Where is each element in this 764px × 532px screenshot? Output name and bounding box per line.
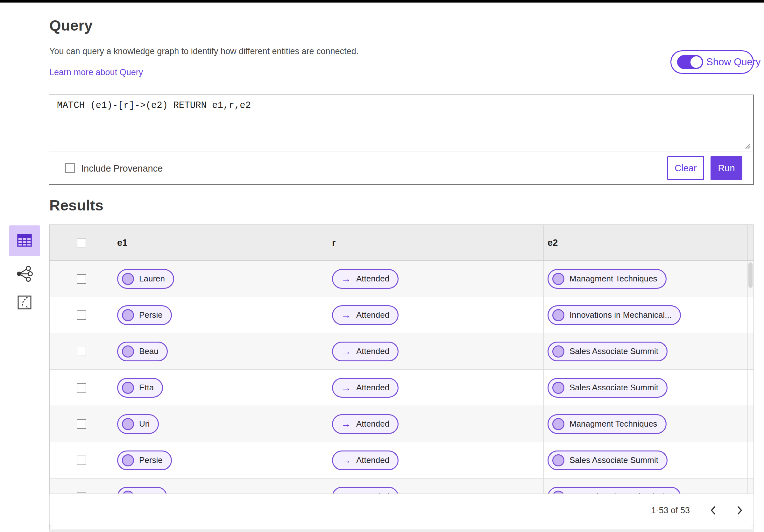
- resize-handle-icon[interactable]: [742, 141, 751, 150]
- entity-pill[interactable]: Managment Techniques: [547, 269, 667, 289]
- query-editor-panel: MATCH (e1)-[r]->(e2) RETURN e1,r,e2 Incl…: [49, 94, 754, 185]
- entity-node-icon: [552, 309, 564, 321]
- show-query-toggle[interactable]: Show Query: [670, 50, 754, 74]
- previous-page-button[interactable]: [709, 506, 716, 515]
- row-checkbox[interactable]: [77, 310, 86, 320]
- clear-button[interactable]: Clear: [667, 156, 704, 180]
- table-body: Lauren → Attended Managment Techniques P…: [50, 261, 753, 515]
- entity-node-icon: [552, 454, 564, 466]
- relation-arrow-icon: →: [341, 418, 351, 430]
- entity-pill[interactable]: Innovations in Mechanical...: [547, 305, 681, 325]
- entity-node-icon: [552, 273, 564, 285]
- relation-pill[interactable]: → Attended: [332, 378, 399, 398]
- select-all-checkbox[interactable]: [77, 238, 86, 248]
- graph-view-icon: [15, 266, 34, 283]
- toggle-knob: [689, 56, 703, 69]
- entity-node-icon: [122, 382, 134, 394]
- entity-node-icon: [122, 418, 134, 430]
- pagination-bar: 1-53 of 53: [49, 493, 754, 527]
- knowledge-graph-query-page: Query You can query a knowledge graph to…: [0, 0, 764, 532]
- table-view-icon: [17, 233, 32, 248]
- table-row[interactable]: Lauren → Attended Managment Techniques: [50, 261, 753, 297]
- table-row[interactable]: Persie → Attended Sales Associate Summit: [50, 442, 753, 478]
- window-top-border: [0, 0, 764, 3]
- map-view-button[interactable]: [17, 295, 33, 311]
- table-row[interactable]: Beau → Attended Sales Associate Summit: [50, 333, 753, 370]
- entity-pill[interactable]: Managment Techniques: [547, 414, 667, 434]
- entity-pill[interactable]: Lauren: [117, 269, 174, 289]
- entity-node-icon: [552, 345, 564, 358]
- row-checkbox[interactable]: [77, 383, 86, 393]
- relation-pill[interactable]: → Attended: [332, 450, 399, 470]
- column-header-e2: e2: [547, 238, 558, 248]
- row-checkbox[interactable]: [77, 347, 86, 356]
- entity-node-icon: [122, 345, 134, 358]
- show-query-label: Show Query: [706, 56, 761, 68]
- include-provenance-checkbox[interactable]: [65, 163, 75, 173]
- relation-arrow-icon: →: [341, 309, 351, 321]
- column-header-e1: e1: [117, 238, 127, 248]
- include-provenance-label: Include Provenance: [81, 163, 163, 174]
- entity-pill[interactable]: Sales Associate Summit: [547, 378, 668, 398]
- entity-pill[interactable]: Sales Associate Summit: [547, 342, 668, 361]
- row-checkbox[interactable]: [77, 455, 86, 465]
- entity-node-icon: [122, 309, 134, 321]
- relation-pill[interactable]: → Attended: [332, 269, 399, 289]
- query-description: You can query a knowledge graph to ident…: [49, 47, 358, 56]
- relation-pill[interactable]: → Attended: [332, 305, 399, 325]
- table-header-row: e1 r e2: [50, 225, 753, 261]
- row-checkbox[interactable]: [77, 274, 86, 284]
- relation-arrow-icon: →: [341, 454, 351, 466]
- table-row[interactable]: Persie → Attended Innovations in Mechani…: [50, 297, 753, 333]
- entity-node-icon: [552, 382, 564, 394]
- run-button[interactable]: Run: [710, 156, 742, 180]
- query-input[interactable]: MATCH (e1)-[r]->(e2) RETURN e1,r,e2: [57, 100, 251, 111]
- entity-pill[interactable]: Uri: [117, 414, 159, 434]
- results-title: Results: [49, 196, 103, 214]
- entity-pill[interactable]: Etta: [117, 378, 163, 398]
- query-box-divider: [49, 151, 753, 152]
- relation-arrow-icon: →: [341, 382, 351, 394]
- next-page-button[interactable]: [736, 506, 743, 515]
- table-row[interactable]: Uri → Attended Managment Techniques: [50, 406, 753, 442]
- graph-view-button[interactable]: [15, 265, 34, 283]
- relation-pill[interactable]: → Attended: [332, 342, 399, 361]
- horizontal-scrollbar-track[interactable]: [49, 529, 754, 532]
- entity-pill[interactable]: Sales Associate Summit: [547, 450, 668, 470]
- entity-pill[interactable]: Persie: [117, 450, 172, 470]
- entity-node-icon: [552, 418, 564, 430]
- row-checkbox[interactable]: [77, 419, 86, 429]
- entity-node-icon: [122, 273, 134, 285]
- entity-pill[interactable]: Beau: [117, 342, 168, 361]
- relation-arrow-icon: →: [341, 273, 351, 284]
- vertical-scrollbar[interactable]: [748, 262, 753, 288]
- column-header-r: r: [332, 238, 335, 248]
- toggle-switch-icon[interactable]: [677, 55, 703, 69]
- table-row[interactable]: Etta → Attended Sales Associate Summit: [50, 370, 753, 406]
- entity-node-icon: [122, 454, 134, 466]
- table-view-button[interactable]: [9, 225, 40, 256]
- entity-pill[interactable]: Persie: [117, 305, 172, 325]
- relation-pill[interactable]: → Attended: [332, 414, 399, 434]
- relation-arrow-icon: →: [341, 346, 351, 357]
- learn-more-link[interactable]: Learn more about Query: [49, 68, 143, 78]
- pagination-range: 1-53 of 53: [651, 506, 690, 515]
- map-view-icon: [17, 295, 32, 311]
- page-title: Query: [49, 17, 93, 34]
- results-table: e1 r e2 Lauren → Attended Managment Tech…: [49, 225, 754, 532]
